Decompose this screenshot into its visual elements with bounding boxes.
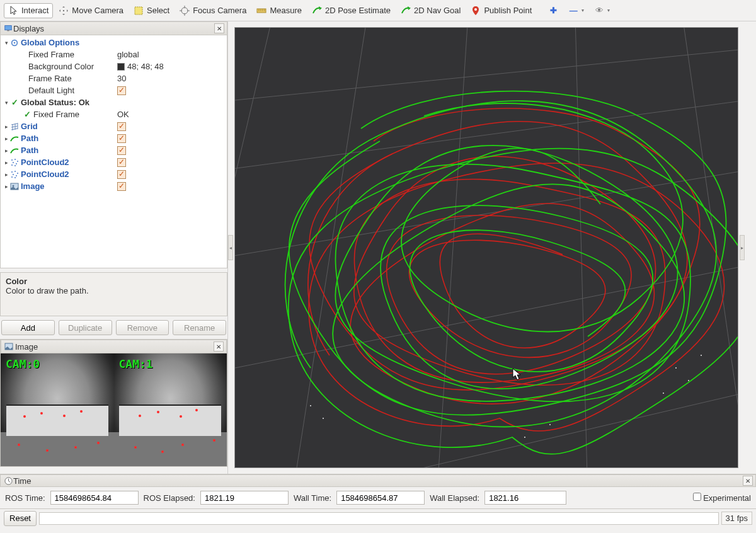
svg-point-31 — [310, 405, 311, 406]
frame-rate-value[interactable]: 30 — [117, 74, 224, 83]
3d-viewport[interactable] — [234, 27, 738, 468]
publish-point-label: Publish Point — [484, 6, 532, 15]
fixed-frame-value[interactable]: global — [117, 50, 224, 59]
eye-icon: 👁 — [594, 6, 604, 16]
close-image-button[interactable]: ✕ — [214, 341, 224, 352]
pose-estimate-button[interactable]: 2D Pose Estimate — [307, 3, 395, 18]
chevron-down-icon: ▾ — [581, 8, 584, 13]
move-icon — [59, 6, 69, 16]
rename-button[interactable]: Rename — [173, 320, 226, 335]
viewport-container: ◂ — [228, 21, 756, 474]
svg-point-10 — [17, 161, 18, 162]
wall-elapsed-input[interactable] — [484, 491, 566, 505]
image-checkbox[interactable] — [117, 182, 126, 191]
add-button[interactable]: Add — [1, 320, 55, 335]
path-icon — [9, 134, 20, 144]
pointcloud2-node[interactable]: ▸PointCloud2 — [1, 168, 227, 180]
pc1-checkbox[interactable] — [117, 158, 126, 167]
main-content: Displays ✕ ▾ Global Options Fixed Frameg… — [0, 21, 756, 474]
image-node[interactable]: ▸Image — [1, 180, 227, 192]
pc2-checkbox[interactable] — [117, 170, 126, 179]
close-displays-button[interactable]: ✕ — [214, 23, 224, 33]
svg-point-29 — [524, 437, 525, 438]
path2-checkbox[interactable] — [117, 146, 126, 155]
collapse-icon[interactable]: ▸ — [3, 123, 9, 130]
path2-node[interactable]: ▸Path — [1, 144, 227, 156]
wall-time-input[interactable] — [336, 491, 425, 505]
time-title: Time — [13, 476, 31, 486]
status-bar-row: Reset 31 fps — [0, 508, 756, 527]
pointcloud1-node[interactable]: ▸PointCloud2 — [1, 156, 227, 168]
default-light-checkbox[interactable] — [117, 86, 126, 95]
camera-0: CAM:0 — [1, 353, 114, 466]
remove-button[interactable]: Remove — [116, 320, 169, 335]
measure-button[interactable]: Measure — [252, 3, 306, 18]
global-options-node[interactable]: ▾ Global Options — [1, 37, 227, 49]
collapse-icon[interactable]: ▸ — [3, 159, 9, 166]
collapse-icon[interactable]: ▸ — [3, 171, 9, 178]
reset-button[interactable]: Reset — [4, 511, 37, 526]
image-icon — [4, 341, 14, 352]
close-time-button[interactable]: ✕ — [743, 476, 753, 486]
add-small-button[interactable]: ✚ — [544, 3, 563, 18]
path1-checkbox[interactable] — [117, 134, 126, 143]
fixed-frame-status-value: OK — [117, 110, 224, 119]
publish-point-button[interactable]: Publish Point — [466, 3, 536, 18]
svg-rect-5 — [7, 30, 9, 32]
collapse-icon[interactable]: ▸ — [3, 135, 9, 142]
grid-checkbox[interactable] — [117, 122, 126, 131]
displays-panel-header[interactable]: Displays ✕ — [0, 21, 227, 35]
collapse-right-button[interactable]: ▸ — [740, 235, 745, 260]
grid-node[interactable]: ▸Grid — [1, 120, 227, 132]
arrow-green2-icon — [401, 6, 411, 16]
ros-time-input[interactable] — [50, 491, 139, 505]
experimental-checkbox[interactable] — [693, 493, 701, 501]
remove-small-button[interactable]: —▾ — [564, 3, 588, 18]
grid-icon — [9, 122, 20, 132]
experimental-check[interactable]: Experimental — [693, 493, 752, 503]
fixed-frame-status-row[interactable]: Fixed FrameOK — [1, 108, 227, 120]
image-panel-header[interactable]: Image ✕ — [1, 340, 227, 353]
gear-icon — [9, 38, 20, 48]
image-icon — [9, 181, 20, 192]
svg-point-25 — [675, 367, 677, 369]
move-camera-button[interactable]: Move Camera — [54, 3, 128, 18]
global-status-node[interactable]: ▾ Global Status: Ok — [1, 96, 227, 108]
svg-point-32 — [323, 418, 324, 419]
displays-tree[interactable]: ▾ Global Options Fixed Frameglobal Backg… — [0, 35, 227, 268]
svg-point-18 — [13, 174, 14, 175]
expand-icon[interactable]: ▾ — [3, 100, 9, 106]
svg-point-27 — [663, 393, 664, 394]
interact-button[interactable]: Interact — [4, 3, 53, 18]
time-panel-header[interactable]: Time ✕ — [0, 474, 756, 487]
visibility-button[interactable]: 👁▾ — [590, 3, 614, 18]
expand-icon[interactable]: ▾ — [3, 40, 9, 46]
svg-point-19 — [16, 175, 17, 176]
minus-icon: — — [568, 6, 578, 16]
focus-camera-button[interactable]: Focus Camera — [175, 3, 251, 18]
ros-time-label: ROS Time: — [5, 493, 45, 503]
fixed-frame-row[interactable]: Fixed Frameglobal — [1, 49, 227, 60]
fps-display: 31 fps — [721, 512, 752, 525]
default-light-row[interactable]: Default Light — [1, 84, 227, 96]
collapse-left-button[interactable]: ◂ — [228, 235, 233, 260]
select-button[interactable]: Select — [129, 3, 174, 18]
bg-color-row[interactable]: Background Color48; 48; 48 — [1, 60, 227, 72]
nav-goal-button[interactable]: 2D Nav Goal — [396, 3, 465, 18]
displays-title: Displays — [13, 24, 44, 33]
frame-rate-row[interactable]: Frame Rate30 — [1, 72, 227, 84]
svg-point-28 — [549, 424, 551, 425]
path1-node[interactable]: ▸Path — [1, 132, 227, 144]
duplicate-button[interactable]: Duplicate — [59, 320, 112, 335]
arrow-green-icon — [312, 6, 322, 16]
move-camera-label: Move Camera — [72, 6, 123, 15]
check-icon — [22, 110, 32, 120]
svg-point-8 — [11, 159, 13, 161]
collapse-icon[interactable]: ▸ — [3, 147, 9, 154]
crosshair-icon — [180, 6, 190, 16]
ros-elapsed-input[interactable] — [200, 491, 289, 505]
monitor-icon — [3, 23, 13, 33]
collapse-icon[interactable]: ▸ — [3, 183, 9, 190]
bg-color-value[interactable]: 48; 48; 48 — [117, 62, 224, 71]
svg-point-12 — [16, 163, 17, 164]
